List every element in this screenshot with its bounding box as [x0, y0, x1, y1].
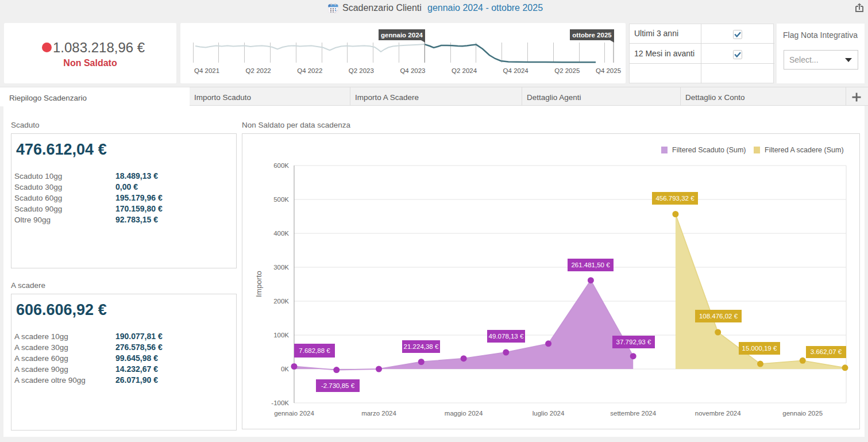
svg-text:-2.730,85 €: -2.730,85 € [321, 382, 355, 389]
svg-text:108.476,02 €: 108.476,02 € [699, 313, 738, 320]
svg-text:Q2 2023: Q2 2023 [349, 67, 374, 74]
svg-text:gennaio 2024: gennaio 2024 [381, 32, 423, 39]
svg-text:Q4 2024: Q4 2024 [503, 67, 529, 74]
svg-text:Importo: Importo [254, 271, 263, 297]
svg-text:Q2 2022: Q2 2022 [246, 67, 271, 74]
svg-text:200K: 200K [273, 298, 289, 305]
svg-text:Q4 2025: Q4 2025 [596, 67, 621, 74]
svg-text:-100K: -100K [271, 399, 289, 406]
svg-text:0K: 0K [281, 366, 289, 372]
svg-text:Q4 2022: Q4 2022 [297, 67, 322, 74]
svg-text:marzo 2024: marzo 2024 [361, 410, 396, 417]
svg-text:3.662,07 €: 3.662,07 € [811, 348, 842, 355]
svg-text:500K: 500K [273, 196, 289, 203]
svg-text:gennaio 2024: gennaio 2024 [274, 410, 314, 417]
svg-text:maggio 2024: maggio 2024 [445, 410, 483, 417]
svg-text:261.481,50 €: 261.481,50 € [571, 262, 610, 268]
svg-text:luglio 2024: luglio 2024 [533, 410, 565, 417]
svg-text:600K: 600K [273, 162, 289, 169]
svg-text:Filtered Scaduto (Sum): Filtered Scaduto (Sum) [672, 146, 746, 154]
svg-text:Q2 2024: Q2 2024 [452, 67, 477, 74]
svg-text:novembre 2024: novembre 2024 [695, 410, 742, 417]
svg-text:Q2 2025: Q2 2025 [554, 67, 580, 74]
svg-text:7.682,88 €: 7.682,88 € [299, 347, 330, 354]
svg-text:456.793,32 €: 456.793,32 € [655, 195, 695, 202]
svg-text:15.000,19 €: 15.000,19 € [742, 345, 777, 352]
svg-text:400K: 400K [273, 230, 289, 237]
svg-text:Q4 2023: Q4 2023 [400, 67, 425, 74]
svg-text:37.792,93 €: 37.792,93 € [616, 339, 651, 345]
svg-text:gennaio 2025: gennaio 2025 [782, 410, 823, 417]
svg-text:Q4 2021: Q4 2021 [194, 67, 219, 74]
svg-text:settembre 2024: settembre 2024 [610, 410, 657, 417]
svg-text:ottobre 2025: ottobre 2025 [572, 32, 612, 39]
svg-text:300K: 300K [273, 264, 289, 271]
svg-text:Filtered A scadere (Sum): Filtered A scadere (Sum) [765, 146, 844, 154]
svg-text:49.078,13 €: 49.078,13 € [489, 333, 524, 340]
svg-text:21.224,38 €: 21.224,38 € [404, 343, 439, 350]
svg-text:100K: 100K [273, 332, 289, 339]
